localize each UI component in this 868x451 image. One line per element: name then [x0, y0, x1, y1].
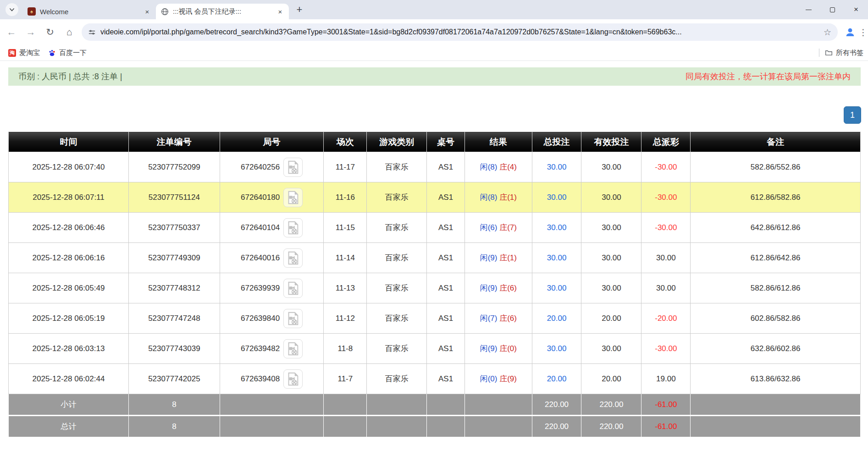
video-replay-button[interactable] [283, 158, 303, 177]
close-window-button[interactable]: × [844, 0, 868, 19]
close-icon: × [854, 5, 858, 14]
session-cell: 11-16 [324, 182, 367, 213]
subtotal-row: 小计 8 220.00 220.00 -61.00 [9, 394, 861, 416]
folder-icon [825, 49, 833, 57]
url-text[interactable]: videoie.com/ipl/portal.php/game/betrecor… [100, 28, 819, 36]
bet-id-cell: 523077748312 [128, 273, 220, 303]
round-cell: 672639840 [220, 303, 324, 334]
casino-favicon-icon: ♠ [28, 7, 36, 16]
payout-cell: 30.00 [641, 273, 691, 303]
valid-bet-cell: 30.00 [581, 152, 641, 182]
time-cell: 2025-12-28 06:07:40 [9, 152, 129, 182]
remark-cell: 602.86/582.86 [691, 303, 861, 334]
remark-cell: 612.86/582.86 [691, 182, 861, 213]
empty-cell [367, 416, 427, 437]
tab-betrecord[interactable]: :::视讯 会员下注纪录::: × [156, 4, 289, 19]
bookmarks-bar: 淘 爱淘宝 百度一下 所有书签 [0, 45, 868, 61]
col-payout: 总派彩 [641, 132, 691, 152]
round-id: 672640180 [241, 193, 280, 202]
bet-records-table: 时间 注单编号 局号 场次 游戏类别 桌号 结果 总投注 有效投注 总派彩 备注… [8, 132, 861, 437]
table-no-cell: AS1 [427, 303, 465, 334]
new-tab-button[interactable]: + [293, 3, 306, 16]
video-replay-button[interactable] [283, 218, 303, 237]
valid-bet-cell: 30.00 [581, 273, 641, 303]
round-id: 672639482 [241, 344, 280, 353]
close-tab-icon[interactable]: × [143, 7, 151, 16]
browser-menu-button[interactable]: ⋮ [859, 27, 866, 38]
site-info-icon[interactable] [88, 28, 96, 36]
tab-search-button[interactable] [6, 3, 18, 16]
time-cell: 2025-12-28 06:05:49 [9, 273, 129, 303]
bookmark-taobao[interactable]: 淘 爱淘宝 [8, 49, 40, 57]
table-no-cell: AS1 [427, 213, 465, 243]
close-tab-icon[interactable]: × [276, 7, 284, 16]
home-button[interactable]: ⌂ [61, 24, 77, 40]
session-cell: 11-12 [324, 303, 367, 334]
table-row: 2025-12-28 06:07:40 523077752099 6726402… [9, 152, 861, 182]
currency-summary-text: 币别 : 人民币 | 总共 :8 注单 | [18, 71, 122, 82]
result-cell: 闲(6) 庄(7) [464, 213, 532, 243]
bookmark-star-icon[interactable]: ☆ [824, 27, 831, 38]
forward-button[interactable]: → [23, 24, 39, 40]
empty-cell [427, 394, 465, 416]
game-type-cell: 百家乐 [367, 243, 427, 273]
valid-bet-cell: 20.00 [581, 303, 641, 334]
result-cell: 闲(9) 庄(0) [464, 334, 532, 364]
session-cell: 11-17 [324, 152, 367, 182]
table-row: 2025-12-28 06:03:13 523077743039 6726394… [9, 334, 861, 364]
refresh-button[interactable]: ↻ [42, 24, 58, 40]
bookmark-baidu[interactable]: 百度一下 [48, 49, 87, 57]
round-cell: 672640016 [220, 243, 324, 273]
bet-id-cell: 523077750337 [128, 213, 220, 243]
result-cell: 闲(9) 庄(6) [464, 273, 532, 303]
profile-avatar[interactable] [844, 26, 856, 38]
total-bet-cell: 20.00 [532, 303, 581, 334]
col-total-bet: 总投注 [532, 132, 581, 152]
tab-welcome[interactable]: ♠ Welcome × [23, 4, 156, 19]
total-bet-cell: 20.00 [532, 364, 581, 394]
video-replay-button[interactable] [283, 339, 303, 358]
session-cell: 11-13 [324, 273, 367, 303]
video-replay-button[interactable] [283, 188, 303, 207]
url-bar[interactable]: videoie.com/ipl/portal.php/game/betrecor… [82, 23, 838, 41]
round-cell: 672639939 [220, 273, 324, 303]
subtotal-payout: -61.00 [641, 394, 691, 416]
film-icon [285, 341, 301, 357]
all-bookmarks-button[interactable]: 所有书签 [819, 45, 863, 60]
remark-cell: 612.86/642.86 [691, 243, 861, 273]
video-replay-button[interactable] [283, 279, 303, 298]
empty-cell [220, 394, 324, 416]
maximize-button[interactable] [820, 0, 844, 19]
table-no-cell: AS1 [427, 273, 465, 303]
video-replay-button[interactable] [283, 248, 303, 268]
table-row: 2025-12-28 06:07:11 523077751124 6726401… [9, 182, 861, 213]
summary-info-bar: 币别 : 人民币 | 总共 :8 注单 | 同局有效投注，统一计算在该局第一张注… [8, 67, 861, 86]
empty-cell [464, 394, 532, 416]
remark-cell: 582.86/612.86 [691, 273, 861, 303]
globe-favicon-icon [160, 7, 169, 16]
back-button[interactable]: ← [4, 24, 19, 40]
video-replay-button[interactable] [283, 309, 303, 328]
col-result: 结果 [464, 132, 532, 152]
game-type-cell: 百家乐 [367, 334, 427, 364]
total-bet-cell: 30.00 [532, 273, 581, 303]
result-cell: 闲(0) 庄(9) [464, 364, 532, 394]
valid-bet-cell: 20.00 [581, 364, 641, 394]
time-cell: 2025-12-28 06:06:46 [9, 213, 129, 243]
tab-strip: ♠ Welcome × :::视讯 会员下注纪录::: × + × [0, 0, 868, 19]
game-type-cell: 百家乐 [367, 213, 427, 243]
payout-cell: 19.00 [641, 364, 691, 394]
page-1-button[interactable]: 1 [844, 106, 861, 124]
time-cell: 2025-12-28 06:03:13 [9, 334, 129, 364]
bet-id-cell: 523077743039 [128, 334, 220, 364]
total-label: 总计 [9, 416, 129, 437]
video-replay-button[interactable] [283, 369, 303, 389]
total-bet-cell: 30.00 [532, 182, 581, 213]
round-id: 672640016 [241, 253, 280, 263]
person-icon [845, 27, 856, 38]
time-cell: 2025-12-28 06:05:19 [9, 303, 129, 334]
minimize-button[interactable] [796, 0, 820, 19]
table-header-row: 时间 注单编号 局号 场次 游戏类别 桌号 结果 总投注 有效投注 总派彩 备注 [9, 132, 861, 152]
time-cell: 2025-12-28 06:07:11 [9, 182, 129, 213]
col-remark: 备注 [691, 132, 861, 152]
